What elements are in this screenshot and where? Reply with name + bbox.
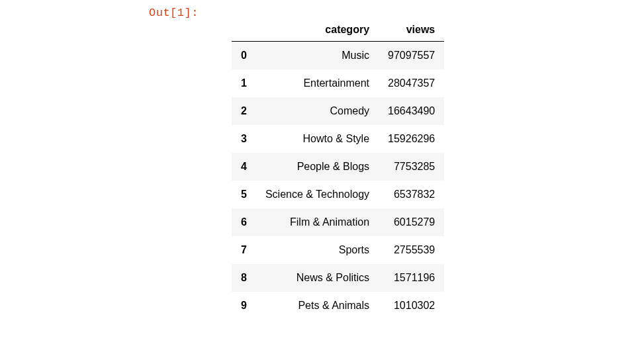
cell-category: People & Blogs [256, 153, 379, 181]
table-row: 5 Science & Technology 6537832 [232, 181, 444, 208]
cell-views: 16643490 [379, 97, 444, 125]
cell-category: Film & Animation [256, 208, 379, 236]
dataframe-output: category views 0 Music 97097557 1 Entert… [232, 19, 444, 320]
header-blank [232, 19, 256, 42]
cell-category: Pets & Animals [256, 292, 379, 320]
cell-category: News & Politics [256, 264, 379, 292]
table-row: 4 People & Blogs 7753285 [232, 153, 444, 181]
cell-views: 2755539 [379, 236, 444, 264]
row-index: 5 [232, 181, 256, 208]
row-index: 8 [232, 264, 256, 292]
table-row: 6 Film & Animation 6015279 [232, 208, 444, 236]
cell-category: Howto & Style [256, 125, 379, 153]
table-header-row: category views [232, 19, 444, 42]
column-header-views: views [379, 19, 444, 42]
row-index: 2 [232, 97, 256, 125]
cell-category: Music [256, 42, 379, 70]
cell-views: 97097557 [379, 42, 444, 70]
cell-views: 1010302 [379, 292, 444, 320]
table-row: 9 Pets & Animals 1010302 [232, 292, 444, 320]
row-index: 6 [232, 208, 256, 236]
column-header-category: category [256, 19, 379, 42]
cell-views: 6015279 [379, 208, 444, 236]
cell-views: 7753285 [379, 153, 444, 181]
cell-views: 6537832 [379, 181, 444, 208]
table-row: 8 News & Politics 1571196 [232, 264, 444, 292]
cell-views: 1571196 [379, 264, 444, 292]
table-row: 3 Howto & Style 15926296 [232, 125, 444, 153]
output-prompt: Out[1]: [149, 7, 199, 19]
cell-category: Sports [256, 236, 379, 264]
cell-views: 15926296 [379, 125, 444, 153]
dataframe-table: category views 0 Music 97097557 1 Entert… [232, 19, 444, 320]
row-index: 4 [232, 153, 256, 181]
row-index: 9 [232, 292, 256, 320]
table-row: 2 Comedy 16643490 [232, 97, 444, 125]
table-row: 7 Sports 2755539 [232, 236, 444, 264]
row-index: 0 [232, 42, 256, 70]
cell-category: Comedy [256, 97, 379, 125]
cell-views: 28047357 [379, 69, 444, 97]
table-row: 1 Entertainment 28047357 [232, 69, 444, 97]
cell-category: Science & Technology [256, 181, 379, 208]
row-index: 3 [232, 125, 256, 153]
row-index: 1 [232, 69, 256, 97]
row-index: 7 [232, 236, 256, 264]
cell-category: Entertainment [256, 69, 379, 97]
table-row: 0 Music 97097557 [232, 42, 444, 70]
